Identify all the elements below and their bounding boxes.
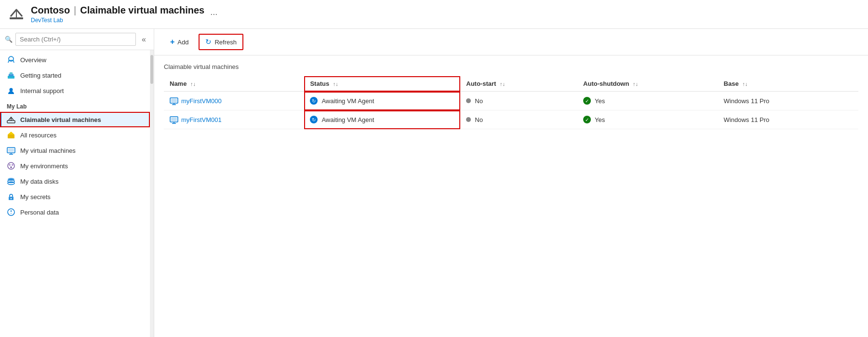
refresh-button[interactable]: ↻ Refresh: [199, 34, 243, 50]
search-input[interactable]: [15, 33, 136, 46]
sidebar-scrollbar[interactable]: [150, 50, 154, 337]
sidebar-item-my-vms[interactable]: My virtual machines: [0, 143, 150, 158]
more-options-button[interactable]: ···: [210, 9, 217, 19]
autostart-cell-0: No: [466, 97, 572, 105]
col-header-status[interactable]: Status ↑↓: [304, 76, 460, 92]
no-dot-1: [466, 117, 471, 122]
cell-autostart-1: No: [460, 110, 577, 129]
cell-autostart-0: No: [460, 92, 577, 110]
sidebar-item-label-claimable-vms: Claimable virtual machines: [20, 116, 101, 123]
sidebar-item-label-my-vms: My virtual machines: [20, 147, 76, 154]
svg-rect-31: [171, 118, 177, 121]
status-icon-1: [310, 116, 318, 123]
sidebar-section-mylab: My Lab: [0, 98, 150, 112]
claimable-vms-icon: [7, 115, 15, 124]
cell-autoshutdown-1: ✓ Yes: [577, 110, 718, 129]
my-environments-icon: [7, 162, 15, 170]
sidebar-item-my-data-disks[interactable]: My data disks: [0, 174, 150, 189]
cell-status-0: Awaiting VM Agent: [304, 92, 460, 110]
sidebar-item-getting-started[interactable]: Getting started: [0, 67, 150, 83]
svg-point-6: [10, 88, 13, 92]
getting-started-icon: [7, 71, 15, 80]
main-content: + Add ↻ Refresh Claimable virtual machin…: [154, 29, 868, 337]
svg-marker-10: [8, 132, 14, 135]
svg-point-25: [11, 213, 12, 214]
header-title-block: Contoso | Claimable virtual machines Dev…: [31, 5, 204, 24]
col-header-name[interactable]: Name ↑↓: [164, 76, 304, 92]
toolbar: + Add ↻ Refresh: [154, 29, 868, 55]
vm-link-1[interactable]: myFirstVM001: [170, 115, 298, 124]
sidebar-item-all-resources[interactable]: All resources: [0, 127, 150, 143]
sidebar-item-label-my-environments: My environments: [20, 162, 68, 170]
no-dot-0: [466, 98, 471, 103]
sort-status-icon: ↑↓: [333, 81, 338, 87]
overview-icon: [7, 55, 15, 64]
sort-base-icon: ↑↓: [742, 81, 748, 87]
sidebar-item-label-my-secrets: My secrets: [20, 193, 51, 201]
sidebar-item-label-overview: Overview: [20, 56, 46, 64]
vm-name-1: myFirstVM001: [181, 116, 222, 123]
sidebar-item-my-environments[interactable]: My environments: [0, 158, 150, 174]
collapse-button[interactable]: «: [139, 34, 149, 45]
content-section-title: Claimable virtual machines: [164, 63, 858, 70]
sidebar-scrollbar-thumb[interactable]: [150, 55, 153, 84]
yes-check-1: ✓: [583, 116, 591, 123]
main-layout: 🔍 « Overview Getting started: [0, 29, 868, 337]
cell-base-1: Windows 11 Pro: [718, 110, 858, 129]
sidebar-item-personal-data[interactable]: Personal data: [0, 204, 150, 220]
autoshutdown-cell-1: ✓ Yes: [583, 116, 712, 123]
content-area: Claimable virtual machines Name ↑↓ Statu…: [154, 55, 868, 337]
my-vms-icon: [7, 146, 15, 155]
vm-icon-1: [170, 115, 178, 124]
status-cell-0: Awaiting VM Agent: [310, 97, 454, 105]
cell-name-1: myFirstVM001: [164, 110, 304, 129]
search-icon: 🔍: [5, 36, 13, 43]
my-data-disks-icon: [7, 177, 15, 186]
my-secrets-icon: [7, 192, 15, 201]
app-logo: [8, 6, 25, 23]
col-header-base[interactable]: Base ↑↓: [718, 76, 858, 92]
org-name: Contoso: [31, 5, 70, 16]
sidebar-item-label-getting-started: Getting started: [20, 72, 61, 79]
cell-status-1: Awaiting VM Agent: [304, 110, 460, 129]
svg-point-16: [9, 164, 11, 166]
refresh-icon: ↻: [205, 38, 212, 46]
logo-icon: [8, 6, 25, 23]
vm-icon-0: [170, 96, 178, 105]
vm-name-0: myFirstVM000: [181, 97, 222, 105]
cell-base-0: Windows 11 Pro: [718, 92, 858, 110]
svg-point-18: [10, 166, 12, 168]
vm-link-0[interactable]: myFirstVM000: [170, 96, 298, 105]
sidebar-item-label-personal-data: Personal data: [20, 209, 59, 216]
personal-data-icon: [7, 208, 15, 216]
sidebar-item-label-all-resources: All resources: [20, 132, 56, 139]
sort-name-icon: ↑↓: [190, 81, 196, 87]
sort-autoshutdown-icon: ↑↓: [633, 81, 638, 87]
add-icon: +: [170, 38, 174, 46]
sidebar-item-claimable-vms[interactable]: Claimable virtual machines: [0, 112, 150, 127]
app-header: Contoso | Claimable virtual machines Dev…: [0, 0, 868, 29]
page-title: Claimable virtual machines: [80, 5, 204, 16]
sidebar-item-my-secrets[interactable]: My secrets: [0, 189, 150, 204]
title-separator: |: [74, 5, 76, 16]
refresh-label: Refresh: [214, 39, 237, 46]
autoshutdown-cell-0: ✓ Yes: [583, 97, 712, 105]
sidebar-item-internal-support[interactable]: Internal support: [0, 83, 150, 98]
col-header-autostart[interactable]: Auto-start ↑↓: [460, 76, 577, 92]
header-subtitle: DevTest Lab: [31, 17, 204, 24]
add-button[interactable]: + Add: [164, 34, 195, 50]
status-cell-1: Awaiting VM Agent: [310, 116, 454, 123]
svg-point-23: [11, 198, 12, 199]
svg-rect-9: [8, 135, 14, 138]
svg-point-21: [8, 182, 14, 185]
status-text-0: Awaiting VM Agent: [321, 97, 374, 105]
table-row: myFirstVM001 Awaiting VM Agent: [164, 110, 858, 129]
sidebar-item-overview[interactable]: Overview: [0, 52, 150, 67]
internal-support-icon: [7, 86, 15, 95]
cell-autoshutdown-0: ✓ Yes: [577, 92, 718, 110]
sidebar-search-bar: 🔍 «: [0, 29, 154, 50]
col-header-autoshutdown[interactable]: Auto-shutdown ↑↓: [577, 76, 718, 92]
yes-check-0: ✓: [583, 97, 591, 105]
svg-rect-14: [8, 148, 14, 152]
status-icon-0: [310, 97, 318, 105]
